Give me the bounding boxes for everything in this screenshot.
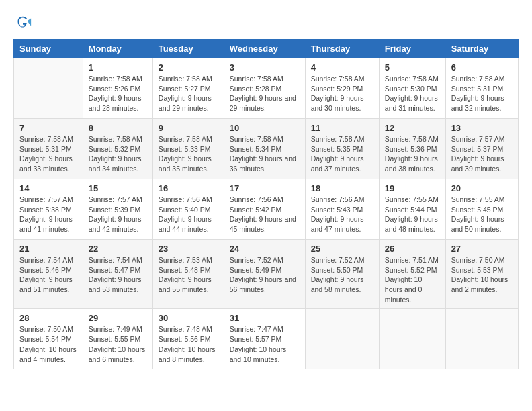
day-info: Sunrise: 7:58 AMSunset: 5:28 PMDaylight:… bbox=[230, 74, 300, 113]
calendar-cell: 20Sunrise: 7:55 AMSunset: 5:45 PMDayligh… bbox=[445, 179, 518, 240]
day-number: 4 bbox=[311, 62, 373, 73]
day-info: Sunrise: 7:58 AMSunset: 5:36 PMDaylight:… bbox=[385, 134, 440, 174]
day-info: Sunrise: 7:56 AMSunset: 5:43 PMDaylight:… bbox=[311, 195, 373, 234]
calendar-cell: 2Sunrise: 7:58 AMSunset: 5:27 PMDaylight… bbox=[152, 58, 224, 119]
day-number: 19 bbox=[385, 183, 440, 193]
day-number: 12 bbox=[385, 123, 440, 133]
day-number: 26 bbox=[385, 244, 440, 254]
day-number: 3 bbox=[230, 62, 300, 73]
weekday-header: Tuesday bbox=[152, 40, 224, 58]
day-info: Sunrise: 7:52 AMSunset: 5:50 PMDaylight:… bbox=[311, 255, 373, 295]
day-number: 11 bbox=[311, 123, 373, 133]
calendar-cell: 9Sunrise: 7:58 AMSunset: 5:33 PMDaylight… bbox=[152, 119, 224, 179]
day-info: Sunrise: 7:58 AMSunset: 5:31 PMDaylight:… bbox=[19, 134, 77, 174]
calendar-cell: 28Sunrise: 7:50 AMSunset: 5:54 PMDayligh… bbox=[14, 309, 83, 369]
calendar-cell: 26Sunrise: 7:51 AMSunset: 5:52 PMDayligh… bbox=[379, 240, 445, 309]
weekday-header: Monday bbox=[83, 40, 152, 58]
day-number: 2 bbox=[159, 62, 218, 73]
weekday-header: Thursday bbox=[305, 40, 379, 58]
day-info: Sunrise: 7:52 AMSunset: 5:49 PMDaylight:… bbox=[230, 255, 300, 295]
day-info: Sunrise: 7:54 AMSunset: 5:47 PMDaylight:… bbox=[89, 255, 147, 295]
day-info: Sunrise: 7:58 AMSunset: 5:27 PMDaylight:… bbox=[159, 74, 218, 113]
day-number: 7 bbox=[19, 123, 77, 133]
calendar-cell: 8Sunrise: 7:58 AMSunset: 5:32 PMDaylight… bbox=[83, 119, 152, 179]
calendar-cell: 22Sunrise: 7:54 AMSunset: 5:47 PMDayligh… bbox=[83, 240, 152, 309]
day-number: 16 bbox=[159, 183, 218, 193]
calendar-cell: 29Sunrise: 7:49 AMSunset: 5:55 PMDayligh… bbox=[83, 309, 152, 369]
weekday-header: Friday bbox=[379, 40, 445, 58]
calendar-cell bbox=[445, 309, 518, 369]
calendar-cell: 16Sunrise: 7:56 AMSunset: 5:40 PMDayligh… bbox=[152, 179, 224, 240]
day-info: Sunrise: 7:54 AMSunset: 5:46 PMDaylight:… bbox=[19, 255, 77, 295]
day-number: 18 bbox=[311, 183, 373, 193]
calendar-cell: 15Sunrise: 7:57 AMSunset: 5:39 PMDayligh… bbox=[83, 179, 152, 240]
day-number: 1 bbox=[89, 62, 147, 73]
day-info: Sunrise: 7:58 AMSunset: 5:29 PMDaylight:… bbox=[311, 74, 373, 113]
calendar-cell: 17Sunrise: 7:56 AMSunset: 5:42 PMDayligh… bbox=[224, 179, 305, 240]
day-number: 28 bbox=[19, 313, 77, 323]
calendar-cell: 30Sunrise: 7:48 AMSunset: 5:56 PMDayligh… bbox=[152, 309, 224, 369]
weekday-header: Saturday bbox=[445, 40, 518, 58]
logo bbox=[13, 13, 35, 32]
day-number: 31 bbox=[230, 313, 300, 323]
day-info: Sunrise: 7:50 AMSunset: 5:54 PMDaylight:… bbox=[19, 324, 77, 364]
calendar-cell: 4Sunrise: 7:58 AMSunset: 5:29 PMDaylight… bbox=[305, 58, 379, 119]
calendar-cell bbox=[14, 58, 83, 119]
header bbox=[13, 13, 519, 32]
calendar-cell: 31Sunrise: 7:47 AMSunset: 5:57 PMDayligh… bbox=[224, 309, 305, 369]
weekday-header: Wednesday bbox=[224, 40, 305, 58]
calendar-cell bbox=[305, 309, 379, 369]
day-number: 10 bbox=[230, 123, 300, 133]
day-info: Sunrise: 7:58 AMSunset: 5:26 PMDaylight:… bbox=[89, 74, 147, 113]
calendar-week-row: 14Sunrise: 7:57 AMSunset: 5:38 PMDayligh… bbox=[14, 179, 519, 240]
day-number: 13 bbox=[451, 123, 513, 133]
day-info: Sunrise: 7:53 AMSunset: 5:48 PMDaylight:… bbox=[159, 255, 218, 295]
day-info: Sunrise: 7:57 AMSunset: 5:38 PMDaylight:… bbox=[19, 195, 77, 234]
day-info: Sunrise: 7:57 AMSunset: 5:39 PMDaylight:… bbox=[89, 195, 147, 234]
day-number: 23 bbox=[159, 244, 218, 254]
day-info: Sunrise: 7:51 AMSunset: 5:52 PMDaylight:… bbox=[385, 255, 440, 304]
calendar-cell: 3Sunrise: 7:58 AMSunset: 5:28 PMDaylight… bbox=[224, 58, 305, 119]
day-info: Sunrise: 7:55 AMSunset: 5:44 PMDaylight:… bbox=[385, 195, 440, 234]
day-number: 27 bbox=[451, 244, 513, 254]
calendar-week-row: 1Sunrise: 7:58 AMSunset: 5:26 PMDaylight… bbox=[14, 58, 519, 119]
calendar-cell: 21Sunrise: 7:54 AMSunset: 5:46 PMDayligh… bbox=[14, 240, 83, 309]
day-info: Sunrise: 7:55 AMSunset: 5:45 PMDaylight:… bbox=[451, 195, 513, 234]
calendar-cell: 23Sunrise: 7:53 AMSunset: 5:48 PMDayligh… bbox=[152, 240, 224, 309]
calendar-cell: 19Sunrise: 7:55 AMSunset: 5:44 PMDayligh… bbox=[379, 179, 445, 240]
calendar-cell: 13Sunrise: 7:57 AMSunset: 5:37 PMDayligh… bbox=[445, 119, 518, 179]
day-number: 21 bbox=[19, 244, 77, 254]
calendar-cell: 5Sunrise: 7:58 AMSunset: 5:30 PMDaylight… bbox=[379, 58, 445, 119]
calendar-table: SundayMondayTuesdayWednesdayThursdayFrid… bbox=[13, 39, 519, 369]
day-info: Sunrise: 7:47 AMSunset: 5:57 PMDaylight:… bbox=[230, 324, 300, 364]
day-number: 15 bbox=[89, 183, 147, 193]
day-info: Sunrise: 7:48 AMSunset: 5:56 PMDaylight:… bbox=[159, 324, 218, 364]
calendar-cell: 7Sunrise: 7:58 AMSunset: 5:31 PMDaylight… bbox=[14, 119, 83, 179]
calendar-cell: 27Sunrise: 7:50 AMSunset: 5:53 PMDayligh… bbox=[445, 240, 518, 309]
day-info: Sunrise: 7:58 AMSunset: 5:33 PMDaylight:… bbox=[159, 134, 218, 174]
day-info: Sunrise: 7:58 AMSunset: 5:35 PMDaylight:… bbox=[311, 134, 373, 174]
day-info: Sunrise: 7:50 AMSunset: 5:53 PMDaylight:… bbox=[451, 255, 513, 295]
day-number: 9 bbox=[159, 123, 218, 133]
day-number: 24 bbox=[230, 244, 300, 254]
day-number: 25 bbox=[311, 244, 373, 254]
calendar-week-row: 21Sunrise: 7:54 AMSunset: 5:46 PMDayligh… bbox=[14, 240, 519, 309]
calendar-cell: 6Sunrise: 7:58 AMSunset: 5:31 PMDaylight… bbox=[445, 58, 518, 119]
day-info: Sunrise: 7:58 AMSunset: 5:31 PMDaylight:… bbox=[451, 74, 513, 113]
calendar-cell: 14Sunrise: 7:57 AMSunset: 5:38 PMDayligh… bbox=[14, 179, 83, 240]
day-info: Sunrise: 7:58 AMSunset: 5:34 PMDaylight:… bbox=[230, 134, 300, 174]
day-number: 17 bbox=[230, 183, 300, 193]
calendar-cell: 1Sunrise: 7:58 AMSunset: 5:26 PMDaylight… bbox=[83, 58, 152, 119]
logo-icon bbox=[13, 13, 32, 32]
day-number: 6 bbox=[451, 62, 513, 73]
weekday-header: Sunday bbox=[14, 40, 83, 58]
day-number: 14 bbox=[19, 183, 77, 193]
calendar-week-row: 7Sunrise: 7:58 AMSunset: 5:31 PMDaylight… bbox=[14, 119, 519, 179]
day-info: Sunrise: 7:58 AMSunset: 5:32 PMDaylight:… bbox=[89, 134, 147, 174]
day-number: 5 bbox=[385, 62, 440, 73]
day-info: Sunrise: 7:57 AMSunset: 5:37 PMDaylight:… bbox=[451, 134, 513, 174]
weekday-header-row: SundayMondayTuesdayWednesdayThursdayFrid… bbox=[14, 40, 519, 58]
day-number: 8 bbox=[89, 123, 147, 133]
calendar-cell: 11Sunrise: 7:58 AMSunset: 5:35 PMDayligh… bbox=[305, 119, 379, 179]
calendar-week-row: 28Sunrise: 7:50 AMSunset: 5:54 PMDayligh… bbox=[14, 309, 519, 369]
